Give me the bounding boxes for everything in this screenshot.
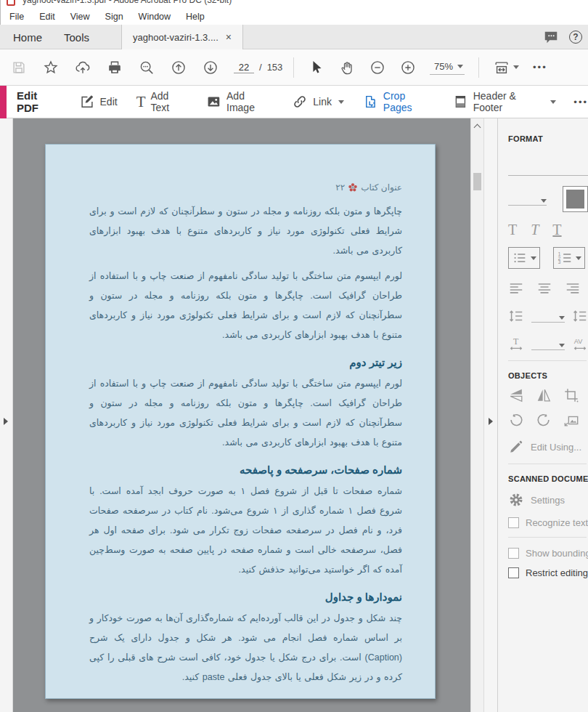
paragraph-spacing-icon — [572, 308, 588, 324]
font-color-swatch[interactable] — [563, 186, 588, 212]
select-tool-icon[interactable] — [308, 59, 324, 76]
rotate-clockwise-button[interactable] — [536, 413, 552, 429]
menu-help[interactable]: Help — [184, 10, 207, 23]
crop-pages-icon — [363, 94, 378, 110]
more-edit-tools-icon[interactable]: ••• — [573, 97, 588, 108]
recognize-text-label: Recognize text — [526, 517, 588, 528]
crop-pages-label: Crop Pages — [383, 90, 434, 113]
font-size-dropdown[interactable] — [508, 193, 547, 206]
help-icon[interactable]: ? — [569, 31, 582, 44]
edit-button[interactable]: Edit — [79, 94, 118, 110]
scroll-up-icon[interactable] — [474, 124, 481, 132]
menu-file[interactable]: File — [7, 10, 26, 23]
comments-icon[interactable] — [542, 29, 559, 46]
svg-text:T: T — [513, 336, 519, 347]
left-panel-strip — [0, 118, 13, 712]
bold-button[interactable]: T — [508, 222, 517, 237]
restrict-editing-checkbox[interactable] — [508, 567, 519, 578]
more-tools-icon[interactable]: ••• — [533, 62, 547, 73]
expand-left-panel-icon[interactable] — [4, 418, 8, 425]
underline-button[interactable]: T — [552, 222, 561, 237]
rotate-counterclockwise-button[interactable] — [508, 413, 524, 429]
acrobat-window: yaghoot-vaziri-1.3.pdf - Adobe Acrobat P… — [0, 0, 588, 712]
italic-button[interactable]: T — [531, 222, 539, 237]
print-icon[interactable] — [106, 59, 123, 76]
settings-button[interactable]: Settings — [508, 492, 588, 508]
tab-home[interactable]: Home — [13, 25, 42, 49]
chevron-down-icon — [559, 344, 565, 347]
pdf-heading[interactable]: زیر تیتر دوم — [89, 356, 402, 369]
pdf-paragraph[interactable]: چاپگرها و متون بلکه روزنامه و مجله در ست… — [89, 202, 402, 261]
pdf-heading[interactable]: شماره صفحات، سرصفحه و پاصفحه — [89, 464, 402, 477]
svg-text:3: 3 — [558, 259, 561, 264]
numbered-list-dropdown[interactable]: 123 — [553, 247, 585, 269]
add-image-label: Add Image — [226, 90, 273, 113]
align-right-button[interactable] — [565, 280, 581, 296]
menu-sign[interactable]: Sign — [103, 10, 126, 23]
zoom-level-dropdown[interactable]: 75% — [430, 60, 465, 75]
crop-pages-button[interactable]: Crop Pages — [363, 90, 434, 113]
pdf-paragraph[interactable]: چند شکل و جدول در این قالب آورده‌ایم که … — [89, 609, 402, 687]
menu-window[interactable]: Window — [136, 10, 173, 23]
title-bar: yaghoot-vaziri-1.3.pdf - Adobe Acrobat P… — [0, 0, 588, 9]
tab-bar: Home Tools yaghoot-vaziri-1.3.... × ? — [0, 25, 588, 49]
scrollbar-thumb[interactable] — [473, 173, 481, 190]
edit-label: Edit — [100, 96, 118, 108]
pdf-paragraph[interactable]: لورم ایپسوم متن ساختگی با تولید سادگی نا… — [89, 374, 402, 453]
replace-image-button[interactable] — [563, 413, 579, 429]
zoom-level-value: 75% — [434, 61, 453, 72]
flip-horizontal-button[interactable] — [536, 387, 552, 403]
page-separator: / — [259, 62, 262, 73]
pdf-header-page-number: ۲۲ — [335, 182, 345, 193]
line-spacing-dropdown[interactable] — [531, 310, 565, 323]
flip-vertical-button[interactable] — [508, 387, 524, 403]
share-cloud-icon[interactable] — [74, 59, 91, 76]
edit-using-label: Edit Using... — [531, 442, 581, 453]
tab-tools[interactable]: Tools — [64, 25, 89, 49]
chevron-down-icon — [457, 65, 463, 68]
fit-width-dropdown[interactable] — [493, 59, 519, 76]
save-icon[interactable] — [10, 59, 27, 76]
add-text-button[interactable]: T Add Text — [136, 90, 188, 113]
expand-right-panel-icon[interactable] — [489, 418, 493, 425]
edit-pdf-title: Edit PDF — [17, 89, 60, 114]
page-number-input[interactable] — [234, 62, 254, 73]
add-text-label: Add Text — [150, 90, 187, 113]
show-bounding-label: Show bounding — [526, 548, 588, 559]
hand-tool-icon[interactable] — [338, 59, 355, 76]
previous-page-icon[interactable] — [170, 59, 187, 76]
flower-ornament-icon — [348, 183, 357, 192]
pdf-paragraph[interactable]: شماره صفحات تا قبل از شروع فصل ۱ به صورت… — [89, 482, 402, 580]
next-page-icon[interactable] — [202, 59, 219, 76]
vertical-scrollbar[interactable] — [470, 118, 483, 712]
star-icon[interactable] — [42, 59, 59, 76]
panel-divider — [508, 360, 587, 361]
zoom-out-icon[interactable] — [369, 59, 385, 76]
show-bounding-checkbox[interactable] — [508, 548, 519, 559]
menu-view[interactable]: View — [68, 10, 92, 23]
horizontal-scale-dropdown[interactable] — [531, 337, 565, 350]
page-navigation: / 153 — [234, 62, 282, 73]
gear-icon — [508, 492, 524, 508]
add-image-button[interactable]: Add Image — [206, 90, 273, 113]
menu-edit[interactable]: Edit — [37, 10, 57, 23]
align-center-button[interactable] — [536, 280, 552, 296]
edit-using-button[interactable]: Edit Using... — [508, 439, 588, 455]
pdf-paragraph[interactable]: لورم ایپسوم متن ساختگی با تولید سادگی نا… — [89, 267, 402, 345]
crop-object-button[interactable] — [563, 387, 579, 403]
tab-document[interactable]: yaghoot-vaziri-1.3.... × — [121, 25, 243, 49]
recognize-text-checkbox[interactable] — [508, 517, 519, 528]
search-icon[interactable] — [138, 59, 155, 76]
add-text-icon: T — [136, 94, 146, 110]
pdf-running-header[interactable]: عنوان کتاب ۲۲ — [89, 182, 402, 193]
tab-close-icon[interactable]: × — [226, 32, 232, 42]
align-left-button[interactable] — [508, 280, 524, 296]
header-footer-button[interactable]: Header & Footer — [453, 90, 556, 113]
link-button[interactable]: Link — [292, 94, 344, 110]
zoom-in-icon[interactable] — [399, 59, 416, 76]
pdf-heading[interactable]: نمودارها و جداول — [89, 591, 402, 604]
bullet-list-dropdown[interactable] — [508, 247, 540, 269]
pencil-icon — [508, 439, 524, 455]
chevron-down-icon — [576, 256, 581, 260]
font-family-dropdown[interactable] — [508, 163, 588, 176]
